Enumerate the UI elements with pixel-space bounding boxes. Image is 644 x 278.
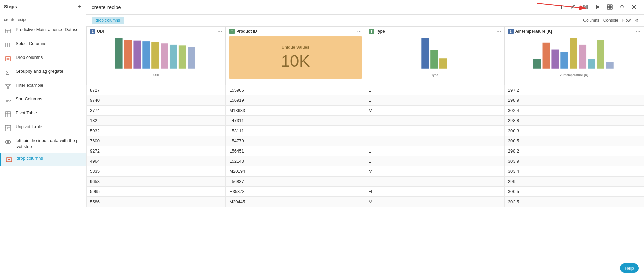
step-label-drop-columns-active: drop columns (17, 155, 43, 161)
cell-air_temp: 298.2 (504, 146, 644, 156)
svg-rect-43 (151, 42, 159, 69)
cell-air_temp: 302.5 (504, 197, 644, 207)
chart-product-id: Unique Values10K (229, 36, 361, 83)
table-row: 5586M20445M302.5 (87, 197, 644, 207)
svg-rect-31 (584, 7, 587, 9)
view-controls: ColumnsConsoleFlow⚙ (583, 18, 639, 23)
col-expand-product-id[interactable]: ⋯ (357, 29, 362, 34)
step-label-pivot: Pivot Table (16, 110, 37, 116)
view-ctrl-flow[interactable]: Flow (622, 18, 631, 23)
sidebar-item-join[interactable]: left join the inpu t data with the p ivo… (0, 135, 86, 153)
drop-icon (4, 55, 12, 63)
cell-product_id: L47311 (226, 116, 365, 126)
unique-overlay-product-id: Unique Values10K (229, 36, 361, 79)
delete-button[interactable] (617, 3, 627, 11)
sidebar-add-button[interactable]: + (78, 3, 82, 10)
data-table: 1 UDI⋯UDIT Product ID⋯Unique Values10KT … (86, 26, 644, 207)
svg-rect-4 (8, 43, 9, 47)
sidebar-item-unpivot[interactable]: Unpivot Table (0, 121, 86, 135)
cell-udi: 5932 (87, 126, 226, 136)
table-row: 9740L56919L298.9 (87, 95, 644, 106)
cell-type: M (365, 166, 504, 177)
main-panel: create recipe (86, 0, 644, 278)
unique-label: Unique Values (282, 45, 309, 50)
sidebar-item-drop-columns-active[interactable]: drop columns (0, 153, 86, 166)
table-row: 9272L56451L298.2 (87, 146, 644, 156)
col-title-type: T Type (369, 29, 385, 34)
step-label-join: left join the inpu t data with the p ivo… (16, 138, 82, 150)
cell-type: L (365, 156, 504, 166)
col-header-product-id: T Product ID⋯Unique Values10K (226, 27, 365, 85)
cell-air_temp: 302.4 (504, 106, 644, 116)
cell-udi: 8727 (87, 85, 226, 95)
col-expand-air-temperature[interactable]: ⋯ (636, 29, 640, 34)
table-row: 3774M18633M302.4 (87, 106, 644, 116)
sidebar-item-sort-columns[interactable]: Sort Columns (0, 93, 86, 107)
cell-product_id: L52143 (226, 156, 365, 166)
toolbar (556, 3, 639, 11)
x-axis-label-type: Type (369, 73, 501, 77)
chart-header-row: 1 UDI⋯UDIT Product ID⋯Unique Values10KT … (87, 27, 644, 85)
col-type-icon-product-id: T (229, 29, 235, 34)
table-row: 7600L54779L300.5 (87, 136, 644, 146)
chart-air-temperature: Air temperature [K] (508, 36, 640, 83)
cell-udi: 7600 (87, 136, 226, 146)
svg-rect-54 (560, 52, 568, 69)
svg-rect-58 (597, 40, 604, 68)
table-row: 5965H35378H300.5 (87, 187, 644, 197)
svg-rect-36 (610, 7, 612, 9)
flow-button[interactable] (605, 3, 615, 11)
col-expand-udi[interactable]: ⋯ (217, 29, 222, 34)
sidebar-item-filter[interactable]: Filter example (0, 79, 86, 93)
sidebar-item-select-columns[interactable]: Select Columns (0, 38, 86, 52)
sort-icon (4, 96, 12, 105)
cell-udi: 5965 (87, 187, 226, 197)
table-row: 5335M20194M303.4 (87, 166, 644, 177)
save-button[interactable] (580, 3, 591, 11)
table-icon (4, 27, 12, 35)
add-step-button[interactable] (556, 3, 566, 11)
col-title-udi: 1 UDI (90, 29, 104, 34)
cell-type: L (365, 177, 504, 187)
cell-product_id: M20194 (226, 166, 365, 177)
cell-udi: 9272 (87, 146, 226, 156)
close-button[interactable] (629, 3, 639, 11)
step-label-select-columns: Select Columns (16, 41, 46, 47)
table-row: 4964L52143L303.9 (87, 156, 644, 166)
tabs: drop columns (92, 15, 124, 26)
cell-product_id: L54779 (226, 136, 365, 146)
run-button[interactable] (593, 3, 603, 11)
tab-drop-columns[interactable]: drop columns (92, 17, 124, 24)
col-expand-type[interactable]: ⋯ (496, 29, 501, 34)
cell-type: H (365, 187, 504, 197)
cell-type: L (365, 146, 504, 156)
svg-rect-51 (533, 59, 541, 69)
settings-gear-icon[interactable]: ⚙ (635, 18, 639, 23)
svg-rect-47 (188, 47, 195, 69)
view-ctrl-console[interactable]: Console (603, 18, 618, 23)
sidebar-item-pivot[interactable]: Pivot Table (0, 107, 86, 121)
x-axis-label-udi: UDI (90, 73, 222, 77)
sidebar-item-predictive[interactable]: Predictive Maint ainence Dataset (0, 24, 86, 38)
step-label-drop-columns: Drop columns (16, 54, 43, 61)
data-area[interactable]: 1 UDI⋯UDIT Product ID⋯Unique Values10KT … (86, 26, 644, 278)
cell-product_id: L53111 (226, 126, 365, 136)
main-header: create recipe (86, 0, 644, 15)
cell-udi: 132 (87, 116, 226, 126)
view-ctrl-columns[interactable]: Columns (583, 18, 599, 23)
data-rows: 8727L55906L297.29740L56919L298.93774M186… (87, 85, 644, 207)
svg-rect-55 (570, 38, 577, 69)
cell-type: L (365, 136, 504, 146)
unpivot-icon (4, 124, 12, 132)
svg-rect-0 (5, 29, 11, 33)
create-recipe-label: create recipe (0, 14, 86, 24)
edit-button[interactable] (568, 3, 578, 11)
help-button[interactable]: Help (620, 263, 639, 273)
svg-rect-42 (142, 41, 150, 69)
sidebar-item-groupby[interactable]: Σ Groupby and ag gregate (0, 66, 86, 79)
svg-text:Σ: Σ (6, 70, 9, 76)
column-headers: 1 UDI⋯UDIT Product ID⋯Unique Values10KT … (87, 27, 644, 85)
sidebar-item-drop-columns[interactable]: Drop columns (0, 52, 86, 66)
drop-icon (5, 156, 13, 164)
cell-udi: 5586 (87, 197, 226, 207)
